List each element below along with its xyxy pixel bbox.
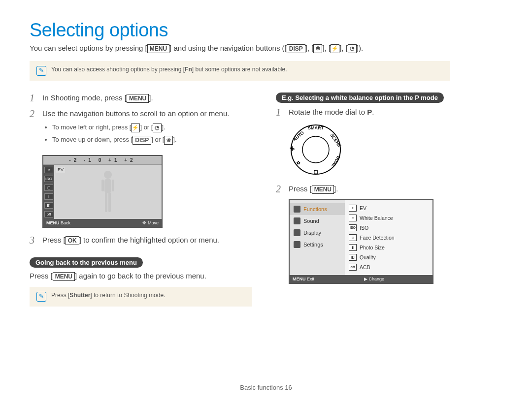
svg-point-7 [302, 136, 329, 163]
lcd-move-text: Move [148, 220, 159, 225]
menu-change-text: Change [369, 277, 385, 281]
s2: Use the navigation buttons to scroll to … [42, 109, 229, 118]
note1-b: ] but some options are not available. [192, 66, 287, 73]
opt-acb: offACB [347, 262, 431, 272]
ri3: Face Detection [360, 235, 395, 241]
example-pill: E.g. Selecting a white balance option in… [276, 93, 444, 103]
lcd-back: MENU Back [46, 220, 70, 225]
going-back-text: Press [MENU] again to go back to the pre… [30, 272, 256, 281]
fn-label: Fn [185, 66, 192, 73]
step-2-text: Use the navigation buttons to scroll to … [42, 108, 229, 150]
macro-icon: ❀ [313, 44, 322, 53]
mi2: Display [303, 230, 321, 236]
b2-b: ] or [ [151, 136, 164, 143]
intro-c: ], [ [305, 44, 314, 52]
ri6: ACB [360, 264, 370, 270]
s3-b: ] to confirm the highlighted option or m… [79, 236, 219, 244]
note2-b: ] to return to Shooting mode. [90, 292, 165, 299]
footer-section: Basic functions [240, 384, 283, 391]
note2-text: Press [Shutter] to return to Shooting mo… [51, 292, 165, 299]
step-num-1: 1 [30, 93, 37, 103]
intro-a: You can select options by pressing [ [30, 44, 147, 52]
display-icon [294, 229, 300, 236]
r-step-num-2: 2 [276, 184, 284, 194]
menu-change: ▶ Change [361, 275, 432, 283]
back-a: Press [ [30, 272, 53, 280]
left-column: 1 In Shooting mode, press [MENU]. 2 Use … [30, 93, 256, 318]
flash-icon: ⚡ [331, 44, 339, 53]
lcd-icon-3: I [44, 193, 53, 200]
ri2: ISO [360, 225, 368, 231]
menu-item-display: Display [290, 227, 345, 239]
macro-icon-2: ❀ [164, 136, 173, 145]
note-box-1: ✎ You can also access shooting options b… [30, 61, 450, 81]
svg-rect-5 [112, 180, 114, 191]
lcd-ev-scale: -2 -1 0 +1 +2 [43, 156, 162, 165]
right-column: E.g. Selecting a white balance option in… [276, 93, 502, 318]
page-title: Selecting options [30, 20, 502, 41]
timer-icon-2: ◔ [153, 123, 162, 132]
ri0: EV [360, 205, 366, 211]
menu-item-functions: Functions [290, 203, 345, 215]
ri4: Photo Size [360, 245, 385, 250]
svg-text:SMART: SMART [308, 125, 324, 130]
note2-a: Press [ [51, 292, 69, 299]
lcd-icon-2: ◻ [44, 185, 53, 191]
menu-item-settings: Settings [290, 239, 345, 250]
note-box-2: ✎ Press [Shutter] to return to Shooting … [30, 287, 252, 307]
b2-c: ]. [173, 136, 176, 143]
r-step-1: 1 Rotate the mode dial to P. [276, 107, 502, 118]
lcd-back-label: MENU [46, 220, 60, 225]
lcd-ev-label: EV [56, 167, 65, 173]
opt-white-balance: ≡White Balance [347, 213, 431, 223]
lcd-icon-0: ☀ [44, 167, 53, 173]
menu-exit: MENU Exit [290, 275, 361, 283]
shutter-label: Shutter [69, 292, 90, 299]
mi0: Functions [303, 206, 327, 212]
svg-rect-4 [101, 180, 104, 191]
face-icon: ☺ [349, 234, 357, 241]
menu-item-sound: Sound [290, 215, 345, 227]
step-2-bullets: To move left or right, press [⚡] or [◔].… [42, 122, 229, 145]
lcd-main: EV [54, 165, 162, 219]
svg-rect-2 [105, 192, 107, 212]
opt-ev: ±EV [347, 203, 431, 213]
ri1: White Balance [360, 215, 393, 221]
step-num-3: 3 [30, 235, 37, 246]
step-2: 2 Use the navigation buttons to scroll t… [30, 108, 256, 150]
note-icon: ✎ [36, 66, 46, 76]
menu-left-pane: Functions Sound Display Settings [290, 200, 345, 275]
step-3: 3 Press [OK] to confirm the highlighted … [30, 235, 256, 246]
step-1: 1 In Shooting mode, press [MENU]. [30, 93, 256, 103]
bullet-lr: To move left or right, press [⚡] or [◔]. [52, 122, 229, 133]
menu-label-2: MENU [127, 94, 149, 103]
rs1-a: Rotate the mode dial to [289, 108, 367, 116]
rs1-b: . [372, 108, 374, 116]
gear-icon [294, 241, 300, 248]
r-step-num-1: 1 [276, 107, 284, 118]
note1-text: You can also access shooting options by … [51, 66, 287, 73]
mi1: Sound [303, 218, 319, 224]
menu-label-3: MENU [53, 272, 75, 281]
page-footer: Basic functions 16 [0, 384, 532, 391]
note1-a: You can also access shooting options by … [51, 66, 185, 73]
step-num-2: 2 [30, 108, 37, 119]
svg-rect-3 [108, 192, 111, 212]
going-back-pill: Going back to the previous menu [30, 257, 143, 268]
menu-exit-text: Exit [307, 277, 314, 281]
bullet-ud: To move up or down, press [DISP] or [❀]. [52, 134, 229, 145]
wb-icon: ≡ [349, 215, 357, 221]
mi3: Settings [303, 242, 323, 247]
lcd-body: ☀ ISO ◻ I ◧ off EV [43, 165, 162, 219]
ok-label: OK [66, 236, 79, 245]
acb-icon: off [349, 264, 357, 271]
b1-c: ]. [162, 123, 165, 131]
menu-label: MENU [147, 44, 169, 53]
menu-right-pane: ±EV ≡White Balance ISOISO ☺Face Detectio… [345, 200, 432, 275]
sound-icon [294, 217, 300, 224]
rs2-b: ]. [334, 185, 338, 193]
intro-e: ], [ [339, 44, 348, 52]
opt-photo-size: ▮Photo Size [347, 243, 431, 252]
flash-icon-2: ⚡ [131, 123, 140, 132]
s1-b: ]. [149, 93, 153, 102]
